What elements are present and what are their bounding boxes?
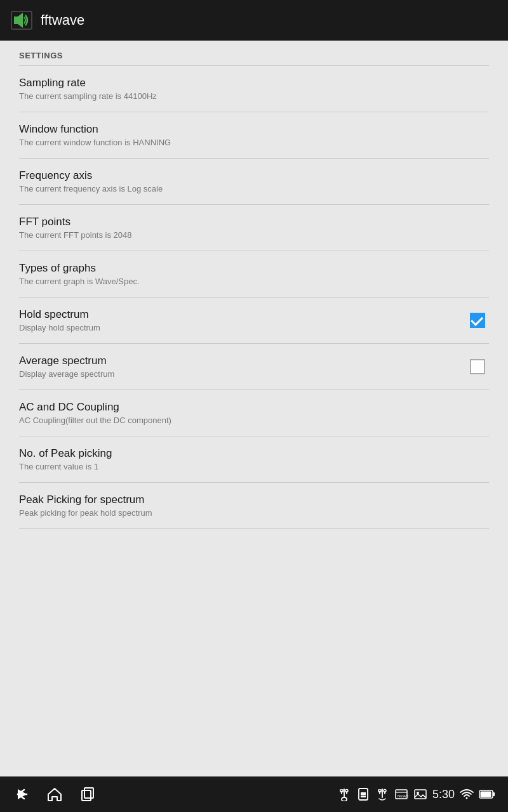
- settings-item-title-fft-points: FFT points: [19, 216, 489, 228]
- settings-item-title-sampling-rate: Sampling rate: [19, 77, 489, 89]
- svg-rect-10: [363, 792, 366, 795]
- topbar: fftwave: [0, 0, 508, 41]
- settings-item-text-frequency-axis: Frequency axisThe current frequency axis…: [19, 169, 489, 193]
- status-area: NEWS 5:30: [337, 787, 495, 801]
- back-icon: [13, 785, 30, 803]
- svg-rect-4: [82, 790, 91, 801]
- settings-item-text-peak-picking-count: No. of Peak pickingThe current value is …: [19, 447, 489, 471]
- settings-item-title-types-of-graphs: Types of graphs: [19, 262, 489, 275]
- nav-home-button[interactable]: [46, 785, 64, 803]
- settings-item-sampling-rate[interactable]: Sampling rateThe current sampling rate i…: [0, 66, 508, 112]
- checkbox-container-average-spectrum[interactable]: [466, 355, 489, 378]
- svg-rect-21: [481, 792, 491, 797]
- usb-storage-icon: [375, 787, 389, 801]
- settings-item-title-peak-picking-count: No. of Peak picking: [19, 447, 489, 460]
- settings-item-window-function[interactable]: Window functionThe current window functi…: [0, 112, 508, 158]
- settings-item-text-average-spectrum: Average spectrumDisplay average spectrum: [19, 355, 466, 379]
- nav-back-button[interactable]: [13, 785, 30, 803]
- svg-text:NEWS: NEWS: [398, 794, 408, 798]
- sim-icon: [356, 787, 370, 801]
- settings-item-fft-points[interactable]: FFT pointsThe current FFT points is 2048: [0, 205, 508, 251]
- svg-rect-12: [378, 790, 381, 792]
- news-icon: NEWS: [394, 787, 408, 801]
- checkbox-average-spectrum[interactable]: [470, 359, 485, 374]
- bottombar: NEWS 5:30: [0, 776, 508, 812]
- settings-item-title-window-function: Window function: [19, 123, 489, 136]
- usb-icon: [337, 787, 351, 801]
- settings-item-subtitle-ac-dc-coupling: AC Coupling(filter out the DC component): [19, 416, 489, 425]
- settings-item-frequency-axis[interactable]: Frequency axisThe current frequency axis…: [0, 159, 508, 204]
- settings-item-peak-picking-spectrum[interactable]: Peak Picking for spectrumPeak picking fo…: [0, 483, 508, 528]
- settings-item-average-spectrum[interactable]: Average spectrumDisplay average spectrum: [0, 344, 508, 390]
- svg-rect-9: [361, 792, 363, 795]
- settings-item-hold-spectrum[interactable]: Hold spectrumDisplay hold spectrum: [0, 298, 508, 343]
- settings-item-title-peak-picking-spectrum: Peak Picking for spectrum: [19, 494, 489, 506]
- settings-list: Sampling rateThe current sampling rate i…: [0, 66, 508, 529]
- app-title: fftwave: [41, 12, 84, 29]
- settings-item-text-peak-picking-spectrum: Peak Picking for spectrumPeak picking fo…: [19, 494, 489, 518]
- svg-rect-5: [84, 788, 93, 798]
- settings-item-subtitle-peak-picking-spectrum: Peak picking for peak hold spectrum: [19, 508, 489, 518]
- settings-section-label: SETTINGS: [0, 41, 508, 65]
- recents-icon: [79, 785, 97, 803]
- gallery-icon: [413, 787, 427, 801]
- app-icon: [10, 9, 33, 32]
- settings-item-text-sampling-rate: Sampling rateThe current sampling rate i…: [19, 77, 489, 101]
- divider-peak-picking-spectrum: [19, 528, 489, 529]
- svg-rect-6: [340, 790, 343, 792]
- settings-item-types-of-graphs[interactable]: Types of graphsThe current graph is Wave…: [0, 251, 508, 297]
- settings-item-title-frequency-axis: Frequency axis: [19, 169, 489, 182]
- settings-item-subtitle-fft-points: The current FFT points is 2048: [19, 230, 489, 240]
- settings-item-title-ac-dc-coupling: AC and DC Coupling: [19, 401, 489, 414]
- status-time: 5:30: [432, 788, 455, 801]
- svg-marker-1: [14, 13, 23, 28]
- wifi-icon: [460, 787, 474, 801]
- settings-item-subtitle-hold-spectrum: Display hold spectrum: [19, 323, 466, 332]
- settings-item-peak-picking-count[interactable]: No. of Peak pickingThe current value is …: [0, 436, 508, 482]
- checkbox-hold-spectrum[interactable]: [470, 313, 485, 328]
- settings-item-text-types-of-graphs: Types of graphsThe current graph is Wave…: [19, 262, 489, 286]
- settings-item-text-ac-dc-coupling: AC and DC CouplingAC Coupling(filter out…: [19, 401, 489, 425]
- battery-icon: [479, 787, 495, 801]
- settings-item-text-fft-points: FFT pointsThe current FFT points is 2048: [19, 216, 489, 240]
- checkbox-container-hold-spectrum[interactable]: [466, 309, 489, 332]
- svg-rect-17: [415, 790, 426, 799]
- svg-rect-11: [361, 796, 366, 797]
- settings-item-subtitle-average-spectrum: Display average spectrum: [19, 369, 466, 379]
- settings-item-text-hold-spectrum: Hold spectrumDisplay hold spectrum: [19, 308, 466, 332]
- svg-rect-20: [493, 792, 495, 796]
- settings-item-subtitle-peak-picking-count: The current value is 1: [19, 462, 489, 471]
- app-logo: [10, 9, 33, 32]
- settings-item-subtitle-types-of-graphs: The current graph is Wave/Spec.: [19, 277, 489, 286]
- settings-main: SETTINGS Sampling rateThe current sampli…: [0, 41, 508, 776]
- settings-item-subtitle-window-function: The current window function is HANNING: [19, 138, 489, 147]
- svg-point-7: [345, 790, 348, 792]
- settings-item-title-hold-spectrum: Hold spectrum: [19, 308, 466, 321]
- svg-point-13: [384, 790, 386, 792]
- settings-item-ac-dc-coupling[interactable]: AC and DC CouplingAC Coupling(filter out…: [0, 390, 508, 436]
- home-icon: [46, 785, 64, 803]
- nav-buttons: [13, 785, 97, 803]
- settings-item-text-window-function: Window functionThe current window functi…: [19, 123, 489, 147]
- nav-recents-button[interactable]: [79, 785, 97, 803]
- settings-item-title-average-spectrum: Average spectrum: [19, 355, 466, 367]
- settings-item-subtitle-sampling-rate: The current sampling rate is 44100Hz: [19, 91, 489, 101]
- settings-item-subtitle-frequency-axis: The current frequency axis is Log scale: [19, 184, 489, 193]
